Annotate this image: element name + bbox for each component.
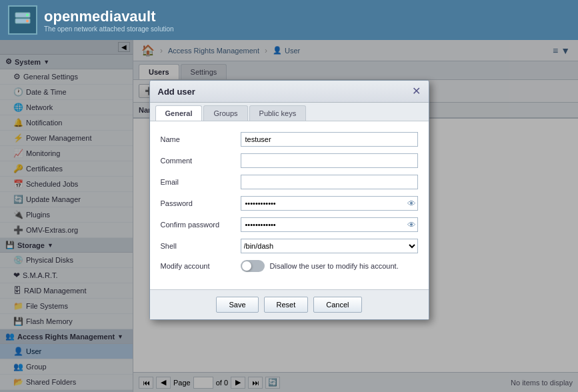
logo-text: openmediavault The open network attached… (44, 8, 174, 33)
form-row-shell: Shell /bin/dash /bin/bash /bin/sh (161, 239, 418, 253)
form-row-comment: Comment (161, 153, 418, 168)
svg-point-2 (26, 14, 29, 17)
shell-select[interactable]: /bin/dash /bin/bash /bin/sh (241, 239, 418, 253)
comment-input[interactable] (241, 153, 418, 168)
form-row-confirm-password: Confirm password 👁 (161, 217, 418, 232)
shell-label: Shell (161, 242, 241, 250)
confirm-password-wrap: 👁 (241, 217, 418, 232)
add-user-modal: Add user ✕ General Groups Public keys Na… (149, 80, 429, 320)
form-row-password: Password 👁 (161, 196, 418, 211)
reset-button[interactable]: Reset (264, 297, 309, 313)
name-input[interactable] (241, 132, 418, 147)
modify-account-toggle-wrap: Disallow the user to modify his account. (241, 260, 399, 272)
modal-tab-bar: General Groups Public keys (150, 103, 429, 121)
confirm-password-label: Confirm password (161, 221, 241, 229)
header: openmediavault The open network attached… (0, 0, 578, 40)
email-label: Email (161, 178, 241, 186)
modal-close-button[interactable]: ✕ (412, 86, 421, 97)
password-eye-button[interactable]: 👁 (407, 199, 416, 209)
password-input[interactable] (241, 196, 418, 211)
name-label: Name (161, 135, 241, 143)
form-row-email: Email (161, 175, 418, 189)
form-row-modify-account: Modify account Disallow the user to modi… (161, 260, 418, 272)
modal-title: Add user (158, 87, 195, 97)
logo-icon (8, 5, 37, 35)
comment-label: Comment (161, 157, 241, 165)
confirm-password-input[interactable] (241, 217, 418, 232)
password-label: Password (161, 199, 241, 207)
modal-tab-general[interactable]: General (155, 105, 203, 121)
toggle-knob (242, 261, 251, 271)
email-input[interactable] (241, 175, 418, 189)
modal-tab-groups[interactable]: Groups (203, 105, 247, 121)
confirm-password-eye-button[interactable]: 👁 (407, 220, 416, 230)
modify-account-label: Modify account (161, 262, 241, 270)
modal-overlay: Add user ✕ General Groups Public keys Na… (0, 40, 578, 392)
save-button[interactable]: Save (216, 297, 258, 313)
password-wrap: 👁 (241, 196, 418, 211)
modal-tab-public-keys[interactable]: Public keys (249, 105, 307, 121)
modal-body: Name Comment Email Password 👁 (150, 121, 429, 289)
cancel-button[interactable]: Cancel (313, 297, 361, 313)
modal-header: Add user ✕ (150, 81, 429, 103)
logo: openmediavault The open network attached… (8, 5, 174, 35)
modal-footer: Save Reset Cancel (150, 289, 429, 319)
modify-account-description: Disallow the user to modify his account. (270, 262, 399, 270)
svg-point-3 (26, 20, 29, 23)
form-row-name: Name (161, 132, 418, 147)
modify-account-toggle[interactable] (241, 260, 265, 272)
